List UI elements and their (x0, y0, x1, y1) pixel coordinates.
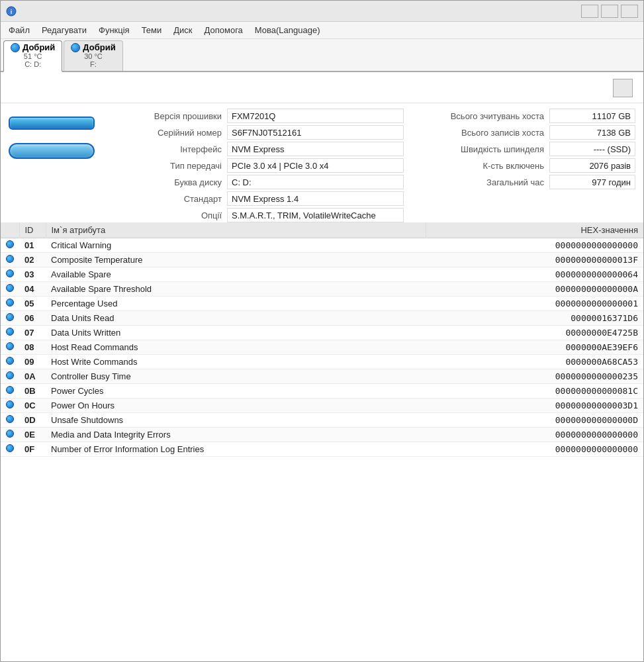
row-status-dot (1, 238, 19, 253)
info-value-1: S6F7NJ0T512161 (227, 125, 404, 140)
row-status-dot (1, 369, 19, 384)
info-right-value-1: 7138 GB (549, 125, 635, 140)
menu-item---------[interactable]: Допомога (199, 24, 248, 36)
table-row[interactable]: 02 Composite Temperature 000000000000013… (1, 253, 643, 267)
table-row[interactable]: 0D Unsafe Shutdowns 000000000000000D (1, 413, 643, 428)
row-hex: 000000000000013F (426, 253, 643, 267)
info-label-2: Інтерфейс (128, 144, 227, 154)
drive-tab-1[interactable]: Добрий 30 °C F: (64, 40, 122, 71)
row-id: 06 (19, 311, 46, 326)
row-name: Number of Error Information Log Entries (46, 442, 426, 457)
info-right-label-0: Всього зчитувань хоста (410, 111, 549, 121)
menu-item------language-[interactable]: Мова(Language) (250, 24, 326, 36)
col-id: ID (19, 222, 46, 238)
info-center-row-0: Версія прошивки FXM7201Q (128, 109, 404, 123)
drive-tab-label-0: Добрий (23, 42, 55, 52)
row-status-dot (1, 399, 19, 413)
table-row[interactable]: 01 Critical Warning 0000000000000000 (1, 238, 643, 253)
status-indicator (6, 430, 14, 438)
row-status-dot (1, 326, 19, 340)
row-status-dot (1, 442, 19, 457)
status-indicator (6, 284, 14, 292)
drive-tabs: Добрий 51 °C C: D: Добрий 30 °C F: (1, 39, 643, 72)
drive-tab-0[interactable]: Добрий 51 °C C: D: (3, 40, 62, 72)
row-hex: 0000000000000064 (426, 267, 643, 282)
row-name: Data Units Read (46, 311, 426, 326)
drive-title-bar (1, 72, 643, 103)
row-status-dot (1, 355, 19, 369)
table-row[interactable]: 03 Available Spare 0000000000000064 (1, 267, 643, 282)
row-hex: 0000000000000000 (426, 428, 643, 442)
app-icon: i (6, 6, 17, 17)
info-label-6: Опції (128, 211, 227, 220)
close-button[interactable] (621, 5, 638, 18)
status-indicator (6, 299, 14, 307)
menu-item-----------[interactable]: Редагувати (36, 24, 92, 36)
row-hex: 0000000000000000 (426, 442, 643, 457)
row-status-dot (1, 282, 19, 297)
info-label-1: Серійний номер (128, 128, 227, 138)
menu-item-----[interactable]: Файл (3, 24, 35, 36)
status-indicator (6, 401, 14, 408)
title-bar: i (1, 1, 643, 22)
table-row[interactable]: 0B Power Cycles 000000000000081C (1, 384, 643, 399)
table-row[interactable]: 06 Data Units Read 00000016371D6 (1, 311, 643, 326)
row-name: Unsafe Shutdowns (46, 413, 426, 428)
status-indicator (6, 371, 14, 379)
menu-item-----[interactable]: Теми (136, 24, 167, 36)
smart-table: ID Ім`я атрибута HEX-значення 01 Critica… (1, 222, 643, 457)
table-row[interactable]: 09 Host Write Commands 0000000A68CA53 (1, 355, 643, 369)
row-name: Available Spare (46, 267, 426, 282)
table-row[interactable]: 07 Data Units Written 00000000E4725B (1, 326, 643, 340)
window-controls (581, 5, 638, 18)
table-row[interactable]: 0F Number of Error Information Log Entri… (1, 442, 643, 457)
status-indicator (6, 357, 14, 365)
table-row[interactable]: 08 Host Read Commands 0000000AE39EF6 (1, 340, 643, 355)
info-value-4: C: D: (227, 175, 404, 189)
table-row[interactable]: 0C Power On Hours 00000000000003D1 (1, 399, 643, 413)
info-label-4: Буква диску (128, 177, 227, 187)
col-dot (1, 222, 19, 238)
drive-tab-label-1: Добрий (83, 42, 115, 52)
maximize-button[interactable] (601, 5, 618, 18)
drive-status-dot-1 (71, 43, 80, 52)
row-id: 02 (19, 253, 46, 267)
info-center-row-1: Серійний номер S6F7NJ0T512161 (128, 125, 404, 140)
info-value-2: NVM Express (227, 142, 404, 156)
row-hex: 00000000000003D1 (426, 399, 643, 413)
status-indicator (6, 255, 14, 263)
info-center-row-2: Інтерфейс NVM Express (128, 142, 404, 156)
drive-tab-letter-1: F: (90, 60, 97, 68)
status-indicator (6, 444, 14, 452)
status-indicator (6, 328, 14, 336)
info-right-value-2: ---- (SSD) (549, 142, 635, 156)
info-center-row-4: Буква диску C: D: (128, 175, 404, 189)
row-id: 0A (19, 369, 46, 384)
info-right-fields: Всього зчитувань хоста 11107 GB Всього з… (410, 109, 635, 189)
table-row[interactable]: 04 Available Spare Threshold 00000000000… (1, 282, 643, 297)
menu-item--------[interactable]: Функція (93, 24, 135, 36)
row-name: Host Write Commands (46, 355, 426, 369)
drive-tab-temp-0: 51 °C (24, 52, 42, 60)
row-status-dot (1, 428, 19, 442)
info-right-value-0: 11107 GB (549, 109, 635, 123)
info-right-value-4: 977 годин (549, 175, 635, 189)
row-id: 08 (19, 340, 46, 355)
row-hex: 000000000000000A (426, 282, 643, 297)
menu-item-----[interactable]: Диск (168, 24, 197, 36)
smart-table-body: 01 Critical Warning 0000000000000000 02 … (1, 238, 643, 457)
minimize-button[interactable] (581, 5, 598, 18)
row-status-dot (1, 384, 19, 399)
row-name: Composite Temperature (46, 253, 426, 267)
play-button[interactable] (613, 79, 633, 97)
row-name: Host Read Commands (46, 340, 426, 355)
info-value-6: S.M.A.R.T., TRIM, VolatileWriteCache (227, 208, 404, 222)
table-row[interactable]: 0E Media and Data Integrity Errors 00000… (1, 428, 643, 442)
table-row[interactable]: 05 Percentage Used 0000000000000001 (1, 297, 643, 311)
temp-badge (9, 143, 95, 159)
table-row[interactable]: 0A Controller Busy Time 0000000000000235 (1, 369, 643, 384)
row-name: Critical Warning (46, 238, 426, 253)
info-right-label-3: К-сть включень (410, 161, 549, 171)
info-right-row-4: Загальний час 977 годин (410, 175, 635, 189)
row-hex: 000000000000081C (426, 384, 643, 399)
